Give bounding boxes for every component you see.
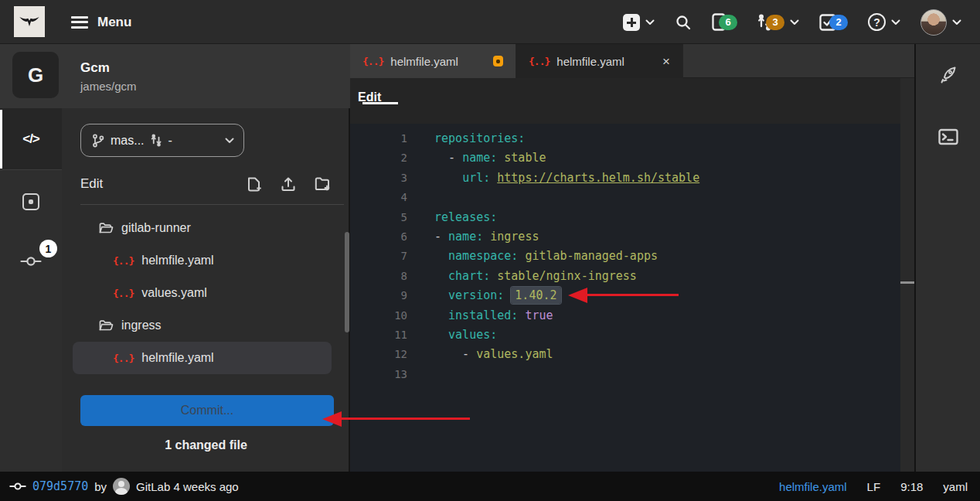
new-folder-icon — [315, 176, 331, 191]
code-line-text: version: 1.40.2 — [407, 286, 561, 305]
workspace-logo[interactable] — [14, 6, 45, 37]
tab-helmfile-ingress[interactable]: {..} helmfile.yaml × — [516, 44, 683, 78]
review-icon[interactable] — [22, 193, 39, 210]
tree-item-folder[interactable]: ingress — [62, 309, 349, 342]
menu-toggle-button[interactable] — [71, 16, 88, 29]
line-number: 1 — [350, 129, 407, 148]
by-label: by — [94, 480, 107, 493]
yaml-file-icon: {..} — [113, 255, 134, 267]
committer-avatar — [113, 478, 130, 495]
line-number: 8 — [350, 267, 407, 286]
commit-section-button[interactable] — [20, 254, 42, 271]
code-line: 10 installed: true — [350, 306, 900, 325]
divider — [80, 204, 344, 205]
code-line: 13 — [350, 365, 900, 384]
panel-title: Edit — [80, 176, 103, 192]
upload-icon — [281, 176, 296, 192]
last-commit-hash-link[interactable]: 079d5770 — [32, 479, 88, 493]
language-indicator[interactable]: yaml — [943, 480, 968, 493]
merge-request-icon — [151, 134, 162, 147]
code-line-text: url: https://charts.helm.sh/stable — [407, 169, 699, 188]
help-dropdown[interactable]: ? — [868, 13, 900, 31]
changed-files-label: 1 changed file — [62, 438, 350, 452]
code-line: 3 url: https://charts.helm.sh/stable — [350, 169, 900, 188]
terminal-icon — [938, 128, 958, 145]
modified-indicator-icon — [493, 56, 503, 66]
upload-file-button[interactable] — [281, 176, 296, 193]
commit-count-badge: 1 — [39, 240, 57, 257]
committer-label: GitLab 4 weeks ago — [136, 480, 239, 493]
new-file-icon — [247, 176, 262, 193]
chevron-down-icon — [790, 19, 799, 26]
close-tab-icon[interactable]: × — [662, 55, 670, 68]
new-folder-button[interactable] — [315, 176, 331, 193]
code-line-text: chart: stable/nginx-ingress — [407, 267, 637, 286]
line-number: 5 — [350, 208, 407, 227]
tree-item-file[interactable]: {..}values.yaml — [62, 277, 349, 309]
editor-mode-bar: Edit — [350, 78, 914, 124]
editor-scrollbar-thumb[interactable] — [900, 281, 914, 284]
file-sidebar: mas... - Edit — [62, 108, 350, 472]
tree-item-label: ingress — [121, 319, 162, 332]
merge-requests-dropdown[interactable]: 3 — [757, 14, 799, 31]
line-number: 10 — [350, 306, 407, 325]
tree-item-label: helmfile.yaml — [141, 351, 213, 365]
code-line-text: - name: ingress — [407, 227, 539, 247]
line-number: 7 — [350, 247, 407, 266]
chevron-down-icon — [952, 19, 961, 26]
commit-button[interactable]: Commit... — [80, 395, 334, 426]
code-icon: </> — [0, 108, 62, 170]
tab-edit-mode[interactable]: Edit — [358, 90, 381, 104]
commit-icon — [20, 254, 42, 268]
user-avatar — [920, 9, 947, 36]
active-file-link[interactable]: helmfile.yaml — [779, 480, 847, 493]
editor-region: {..} helmfile.yaml {..} helmfile.yaml × … — [350, 44, 914, 472]
tab-helmfile-gitlab-runner[interactable]: {..} helmfile.yaml — [350, 44, 516, 78]
code-line: 12 - values.yaml — [350, 345, 900, 364]
issues-button[interactable]: 6 — [712, 13, 737, 31]
navbar-actions: 6 3 2 ? — [603, 0, 961, 44]
merge-request-ref: - — [168, 134, 172, 148]
project-avatar: G — [12, 52, 59, 98]
cursor-position-indicator[interactable]: 9:18 — [900, 480, 923, 493]
editor-scrollbar[interactable] — [900, 78, 914, 472]
tree-item-folder[interactable]: gitlab-runner — [62, 212, 349, 244]
tree-scrollbar[interactable] — [345, 232, 349, 332]
yaml-file-icon: {..} — [113, 353, 134, 364]
line-number: 9 — [350, 286, 407, 305]
chevron-down-icon — [225, 138, 234, 144]
status-bar: 079d5770 by GitLab 4 weeks ago helmfile.… — [0, 472, 980, 501]
line-number: 2 — [350, 148, 407, 168]
branch-name: mas... — [111, 134, 145, 148]
rail-edit-section[interactable]: </> — [0, 108, 62, 170]
right-activity-rail — [916, 44, 980, 472]
annotation-arrow-version — [587, 294, 679, 296]
menu-label[interactable]: Menu — [97, 15, 131, 30]
new-file-button[interactable] — [247, 176, 262, 193]
branch-selector[interactable]: mas... - — [80, 124, 244, 157]
code-line-text: releases: — [407, 208, 497, 227]
line-number: 13 — [350, 365, 407, 384]
user-menu-dropdown[interactable] — [920, 9, 961, 36]
top-navbar: Menu 6 — [0, 0, 980, 44]
code-line: 7 namespace: gitlab-managed-apps — [350, 247, 900, 266]
tab-label: helmfile.yaml — [390, 55, 486, 68]
terminal-button[interactable] — [937, 125, 960, 148]
code-line-text: installed: true — [407, 306, 553, 325]
project-name: Gcm — [80, 60, 110, 76]
active-tab-underline — [362, 102, 398, 104]
pipelines-button[interactable] — [937, 63, 960, 87]
code-line: 6- name: ingress — [350, 227, 900, 247]
merge-requests-count-badge: 3 — [766, 15, 784, 30]
left-activity-rail: </> 1 — [0, 108, 62, 472]
chevron-down-icon — [645, 19, 655, 26]
search-button[interactable] — [675, 14, 692, 31]
tree-item-file[interactable]: {..}helmfile.yaml — [62, 244, 349, 277]
tree-item-file[interactable]: {..}helmfile.yaml — [73, 342, 332, 374]
line-ending-indicator[interactable]: LF — [867, 480, 881, 493]
todos-button[interactable]: 2 — [819, 14, 848, 31]
plus-icon — [623, 14, 640, 31]
new-item-dropdown[interactable] — [623, 14, 655, 31]
todos-count-badge: 2 — [829, 15, 848, 30]
tab-label: helmfile.yaml — [556, 55, 655, 68]
